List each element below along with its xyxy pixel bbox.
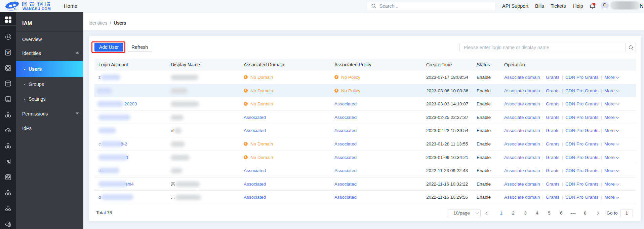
svg-text:WANGSU.COM: WANGSU.COM — [23, 7, 51, 11]
svg-text:W: W — [6, 51, 10, 55]
